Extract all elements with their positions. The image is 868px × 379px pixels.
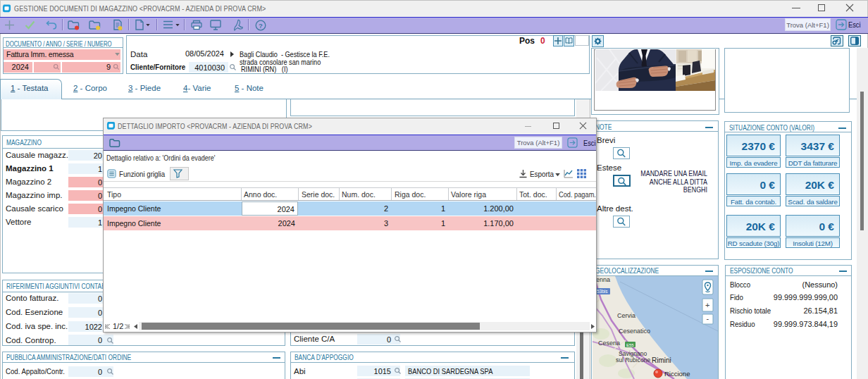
svg-text:sul Rubicone: sul Rubicone: [616, 356, 650, 364]
svg-text:+: +: [705, 301, 709, 309]
svg-text:Cesena: Cesena: [598, 340, 620, 347]
svg-text:-: -: [707, 314, 709, 323]
svg-text:enna: enna: [596, 276, 610, 283]
svg-text:Riccione: Riccione: [664, 370, 690, 378]
svg-text:E55: E55: [626, 343, 634, 347]
svg-text:Cervia: Cervia: [617, 312, 636, 319]
svg-text:53bis: 53bis: [597, 289, 608, 294]
svg-text:Cesenatico: Cesenatico: [619, 328, 650, 335]
svg-text:Rimini: Rimini: [652, 356, 671, 364]
svg-text:?: ?: [259, 22, 263, 30]
